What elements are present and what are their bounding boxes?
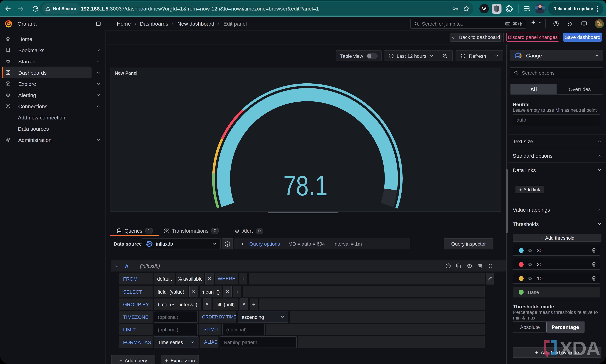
svg-text:79: 79 [517,55,520,58]
svg-text:XDA: XDA [559,340,600,359]
svg-text:78.1: 78.1 [283,170,328,201]
